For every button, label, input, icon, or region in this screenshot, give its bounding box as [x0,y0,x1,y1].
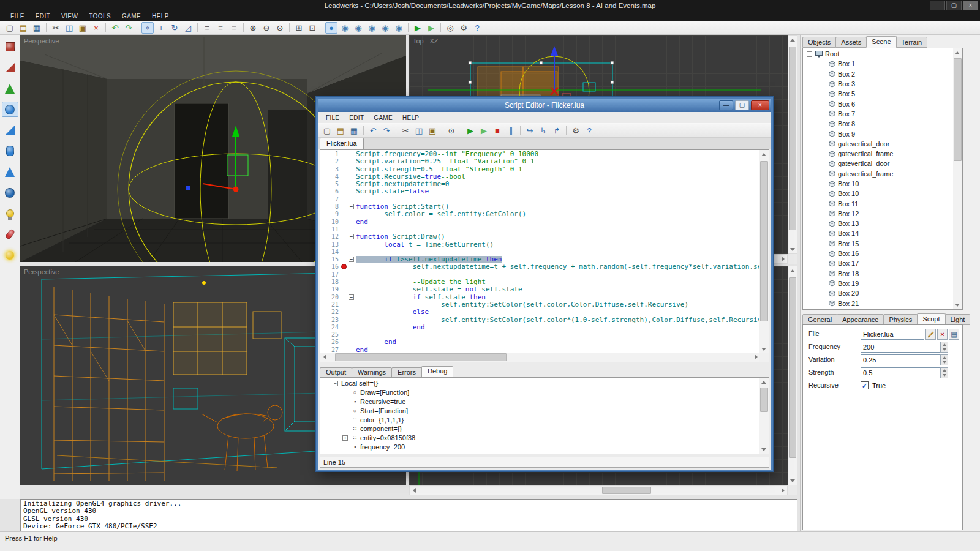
tab-assets[interactable]: Assets [835,37,867,48]
tab-light[interactable]: Light [945,314,971,325]
scroll-left-button[interactable] [410,486,418,495]
breakpoint-gutter[interactable] [341,301,348,309]
run-debug-icon[interactable]: ▶ [425,22,437,34]
prism-tool[interactable] [2,122,18,138]
editor-close-button[interactable]: × [751,100,769,110]
spinner-up[interactable] [941,355,948,360]
scroll-down-button[interactable] [953,301,962,309]
redo-icon[interactable]: ↷ [123,22,135,34]
breakpoint-gutter[interactable] [341,219,348,226]
breakpoint-gutter[interactable] [341,211,348,218]
editor-menu-game[interactable]: GAME [369,114,398,121]
scene-tree-item[interactable]: Box 16 [803,249,953,258]
top-viewport-vscrollbar[interactable] [788,35,797,254]
breakpoint-gutter[interactable] [341,151,348,158]
code-line[interactable]: 19 self.state = not self.state [320,286,760,293]
breakpoint-gutter[interactable] [341,181,348,188]
minimize-button[interactable]: — [930,1,945,10]
breakpoint-gutter[interactable] [341,339,348,346]
load-script-button[interactable]: ▤ [949,329,959,340]
scroll-left-button[interactable] [320,353,329,361]
cut-icon[interactable]: ✂ [399,125,412,137]
breakpoint-gutter[interactable] [341,256,348,263]
fold-gutter[interactable] [348,241,356,249]
gizmo-origin[interactable] [233,187,239,192]
tab-terrain[interactable]: Terrain [896,37,928,48]
debug-vscrollbar[interactable] [760,378,769,454]
tab-script[interactable]: Script [917,313,945,325]
select-tool-icon[interactable]: ⌖ [141,22,154,34]
scene-tree-item[interactable]: Box 10 [803,179,953,189]
fold-gutter[interactable] [348,188,356,195]
tab-scene[interactable]: Scene [866,36,896,48]
tab-appearance[interactable]: Appearance [837,314,884,325]
scroll-right-button[interactable] [752,353,760,361]
breakpoint-gutter[interactable] [341,203,348,211]
grid-increase-icon[interactable]: ⊞ [293,22,305,34]
clear-script-button[interactable]: × [937,329,948,340]
scene-tree-item[interactable]: Box 10 [803,189,953,198]
spinner-down[interactable] [941,347,948,352]
move-tool-icon[interactable]: + [155,22,167,34]
fold-gutter[interactable]: − [348,233,356,241]
collapse-icon[interactable]: − [807,51,812,57]
shaded-view-icon[interactable]: ● [325,22,337,34]
run-game-icon[interactable]: ▶ [412,22,424,34]
open-script-icon[interactable]: ▤ [334,125,347,137]
zoom-in-icon[interactable]: ⊕ [247,22,259,34]
redo-icon[interactable]: ↷ [380,125,393,137]
variation-input[interactable] [861,354,940,365]
variation-spinner[interactable] [940,354,948,365]
fold-gutter[interactable] [348,173,356,181]
breakpoint-gutter[interactable] [341,279,348,286]
breakpoint-gutter[interactable] [341,188,348,195]
fold-collapse-icon[interactable]: − [349,234,354,239]
fold-gutter[interactable] [348,181,356,188]
menu-file[interactable]: FILE [5,11,30,21]
fold-gutter[interactable] [348,279,356,286]
scroll-right-button[interactable] [778,486,787,495]
fold-gutter[interactable] [348,331,356,339]
menu-view[interactable]: VIEW [56,11,83,21]
collapse-icon[interactable]: − [333,381,338,386]
fold-collapse-icon[interactable]: − [349,294,354,300]
close-button[interactable]: × [963,1,978,10]
edit-script-button[interactable] [925,329,936,340]
scene-tree-item[interactable]: Box 3 [803,79,953,89]
breakpoint-gutter[interactable] [341,166,348,173]
scroll-down-button[interactable] [788,245,797,253]
view-right-icon[interactable]: ◉ [379,22,391,34]
gizmo-z-handle[interactable] [186,186,190,190]
breakpoint-gutter[interactable] [341,271,348,279]
fold-gutter[interactable] [348,309,356,316]
scene-tree-item[interactable]: gatevertical_door [803,139,953,149]
scroll-right-button[interactable] [778,255,787,263]
gizmo-arrow[interactable] [551,46,558,56]
code-line[interactable]: 13 local t = Time:GetCurrent() [320,241,760,249]
undo-icon[interactable]: ↶ [367,125,379,137]
file-input[interactable] [861,329,924,340]
breakpoint-gutter[interactable] [341,173,348,181]
debug-tree-item[interactable]: ∷color={1,1,1,1} [320,415,760,424]
scroll-up-button[interactable] [953,48,962,57]
scene-tree-scrollbar[interactable] [953,48,962,309]
recursive-checkbox[interactable]: ✓ [861,381,869,389]
tab-general[interactable]: General [802,314,837,325]
breakpoint-gutter[interactable] [341,158,348,165]
undo-icon[interactable]: ↶ [109,22,121,34]
pyramid-tool[interactable] [2,164,18,179]
delete-icon[interactable]: × [90,22,102,34]
code-line[interactable]: 2Script.variation=0.25--float "Variation… [320,158,760,165]
scene-tree-item[interactable]: Box 13 [803,219,953,228]
tab-warnings[interactable]: Warnings [352,367,392,378]
scene-tree-item[interactable]: gatevertical_door [803,159,953,168]
save-map-icon[interactable]: ▦ [31,22,43,34]
fold-gutter[interactable] [348,301,356,309]
scene-tree-item[interactable]: Box 11 [803,198,953,208]
step-out-icon[interactable]: ↱ [551,125,563,137]
code-line[interactable]: 26 end [320,339,760,346]
cylinder-tool[interactable] [2,143,18,159]
scene-tree-item[interactable]: Box 14 [803,228,953,238]
scene-tree-item[interactable]: Box 2 [803,69,953,79]
scrollbar-thumb[interactable] [789,47,796,230]
